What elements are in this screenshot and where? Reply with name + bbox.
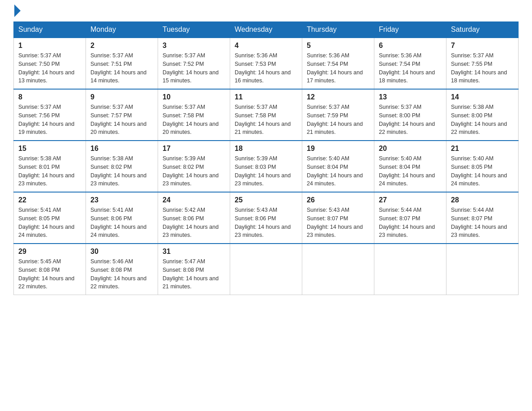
daylight-label: Daylight: 14 hours and 13 minutes. xyxy=(18,69,74,84)
day-info: Sunrise: 5:39 AM Sunset: 8:03 PM Dayligh… xyxy=(235,154,297,188)
daylight-label: Daylight: 14 hours and 19 minutes. xyxy=(18,121,74,136)
day-info: Sunrise: 5:42 AM Sunset: 8:06 PM Dayligh… xyxy=(163,206,225,240)
day-number: 2 xyxy=(90,42,153,50)
day-number: 21 xyxy=(451,145,514,153)
day-number: 18 xyxy=(235,145,297,153)
sunrise-label: Sunrise: 5:37 AM xyxy=(307,104,349,110)
calendar-cell: 24 Sunrise: 5:42 AM Sunset: 8:06 PM Dayl… xyxy=(158,192,230,244)
calendar-header-row: SundayMondayTuesdayWednesdayThursdayFrid… xyxy=(14,22,519,38)
daylight-label: Daylight: 14 hours and 23 minutes. xyxy=(307,224,363,239)
sunset-label: Sunset: 7:57 PM xyxy=(90,112,132,119)
day-info: Sunrise: 5:37 AM Sunset: 7:55 PM Dayligh… xyxy=(451,51,514,85)
day-number: 7 xyxy=(451,42,514,50)
day-info: Sunrise: 5:44 AM Sunset: 8:07 PM Dayligh… xyxy=(451,206,514,240)
sunset-label: Sunset: 7:53 PM xyxy=(235,61,276,67)
sunset-label: Sunset: 8:08 PM xyxy=(90,267,132,273)
day-number: 14 xyxy=(451,93,514,101)
calendar-cell: 1 Sunrise: 5:37 AM Sunset: 7:50 PM Dayli… xyxy=(14,38,86,89)
sunrise-label: Sunrise: 5:37 AM xyxy=(18,104,61,110)
sunrise-label: Sunrise: 5:37 AM xyxy=(163,104,205,110)
sunrise-label: Sunrise: 5:37 AM xyxy=(235,104,277,110)
sunrise-label: Sunrise: 5:46 AM xyxy=(90,258,133,265)
daylight-label: Daylight: 14 hours and 24 minutes. xyxy=(90,224,146,239)
sunrise-label: Sunrise: 5:43 AM xyxy=(235,207,277,213)
day-number: 3 xyxy=(163,42,225,50)
sunset-label: Sunset: 8:06 PM xyxy=(235,215,276,222)
day-info: Sunrise: 5:36 AM Sunset: 7:54 PM Dayligh… xyxy=(307,51,369,85)
sunrise-label: Sunrise: 5:38 AM xyxy=(90,155,133,162)
sunrise-label: Sunrise: 5:39 AM xyxy=(235,155,277,162)
day-number: 13 xyxy=(379,93,442,101)
daylight-label: Daylight: 14 hours and 23 minutes. xyxy=(90,172,146,187)
day-number: 15 xyxy=(18,145,81,153)
calendar-cell: 19 Sunrise: 5:40 AM Sunset: 8:04 PM Dayl… xyxy=(302,141,374,192)
daylight-label: Daylight: 14 hours and 23 minutes. xyxy=(235,224,291,239)
daylight-label: Daylight: 14 hours and 20 minutes. xyxy=(90,121,146,136)
sunset-label: Sunset: 8:00 PM xyxy=(451,112,492,119)
day-number: 5 xyxy=(307,42,369,50)
day-number: 1 xyxy=(18,42,81,50)
sunrise-label: Sunrise: 5:40 AM xyxy=(307,155,349,162)
day-number: 19 xyxy=(307,145,369,153)
calendar-cell: 22 Sunrise: 5:41 AM Sunset: 8:05 PM Dayl… xyxy=(14,192,86,244)
sunset-label: Sunset: 8:05 PM xyxy=(451,164,492,170)
calendar-cell: 26 Sunrise: 5:43 AM Sunset: 8:07 PM Dayl… xyxy=(302,192,374,244)
day-number: 30 xyxy=(90,248,153,256)
weekday-header-friday: Friday xyxy=(374,22,446,38)
page-header xyxy=(13,9,519,17)
sunset-label: Sunset: 8:03 PM xyxy=(235,164,276,170)
calendar-cell: 16 Sunrise: 5:38 AM Sunset: 8:02 PM Dayl… xyxy=(86,141,158,192)
calendar-cell xyxy=(374,244,446,295)
sunrise-label: Sunrise: 5:40 AM xyxy=(379,155,421,162)
daylight-label: Daylight: 14 hours and 23 minutes. xyxy=(163,224,219,239)
calendar-cell: 29 Sunrise: 5:45 AM Sunset: 8:08 PM Dayl… xyxy=(14,244,86,295)
sunset-label: Sunset: 8:04 PM xyxy=(379,164,420,170)
daylight-label: Daylight: 14 hours and 23 minutes. xyxy=(18,172,74,187)
calendar-cell: 12 Sunrise: 5:37 AM Sunset: 7:59 PM Dayl… xyxy=(302,89,374,141)
day-info: Sunrise: 5:38 AM Sunset: 8:02 PM Dayligh… xyxy=(90,154,153,188)
day-info: Sunrise: 5:43 AM Sunset: 8:06 PM Dayligh… xyxy=(235,206,297,240)
sunset-label: Sunset: 7:58 PM xyxy=(163,112,204,119)
day-info: Sunrise: 5:36 AM Sunset: 7:53 PM Dayligh… xyxy=(235,51,297,85)
daylight-label: Daylight: 14 hours and 23 minutes. xyxy=(163,172,219,187)
sunrise-label: Sunrise: 5:38 AM xyxy=(451,104,493,110)
calendar-week-row: 15 Sunrise: 5:38 AM Sunset: 8:01 PM Dayl… xyxy=(14,141,519,192)
calendar-cell: 25 Sunrise: 5:43 AM Sunset: 8:06 PM Dayl… xyxy=(230,192,302,244)
weekday-header-saturday: Saturday xyxy=(446,22,519,38)
sunrise-label: Sunrise: 5:36 AM xyxy=(307,52,349,59)
calendar-cell: 17 Sunrise: 5:39 AM Sunset: 8:02 PM Dayl… xyxy=(158,141,230,192)
calendar-week-row: 1 Sunrise: 5:37 AM Sunset: 7:50 PM Dayli… xyxy=(14,38,519,89)
logo xyxy=(13,9,21,17)
calendar-cell xyxy=(230,244,302,295)
daylight-label: Daylight: 14 hours and 18 minutes. xyxy=(379,69,435,84)
calendar-cell xyxy=(302,244,374,295)
sunset-label: Sunset: 8:02 PM xyxy=(163,164,204,170)
daylight-label: Daylight: 14 hours and 24 minutes. xyxy=(451,172,507,187)
daylight-label: Daylight: 14 hours and 21 minutes. xyxy=(235,121,291,136)
sunset-label: Sunset: 8:02 PM xyxy=(90,164,132,170)
sunrise-label: Sunrise: 5:38 AM xyxy=(18,155,61,162)
sunrise-label: Sunrise: 5:37 AM xyxy=(90,52,133,59)
daylight-label: Daylight: 14 hours and 21 minutes. xyxy=(163,275,219,290)
day-info: Sunrise: 5:40 AM Sunset: 8:05 PM Dayligh… xyxy=(451,154,514,188)
day-number: 6 xyxy=(379,42,442,50)
daylight-label: Daylight: 14 hours and 22 minutes. xyxy=(451,121,507,136)
calendar-cell: 23 Sunrise: 5:41 AM Sunset: 8:06 PM Dayl… xyxy=(86,192,158,244)
weekday-header-thursday: Thursday xyxy=(302,22,374,38)
weekday-header-tuesday: Tuesday xyxy=(158,22,230,38)
day-info: Sunrise: 5:37 AM Sunset: 7:57 PM Dayligh… xyxy=(90,103,153,137)
calendar-week-row: 29 Sunrise: 5:45 AM Sunset: 8:08 PM Dayl… xyxy=(14,244,519,295)
sunset-label: Sunset: 8:06 PM xyxy=(90,215,132,222)
day-number: 28 xyxy=(451,196,514,204)
calendar-cell: 2 Sunrise: 5:37 AM Sunset: 7:51 PM Dayli… xyxy=(86,38,158,89)
calendar-cell: 28 Sunrise: 5:44 AM Sunset: 8:07 PM Dayl… xyxy=(446,192,519,244)
day-number: 22 xyxy=(18,196,81,204)
day-number: 16 xyxy=(90,145,153,153)
daylight-label: Daylight: 14 hours and 20 minutes. xyxy=(163,121,219,136)
sunrise-label: Sunrise: 5:40 AM xyxy=(451,155,493,162)
daylight-label: Daylight: 14 hours and 23 minutes. xyxy=(235,172,291,187)
day-number: 27 xyxy=(379,196,442,204)
daylight-label: Daylight: 14 hours and 16 minutes. xyxy=(235,69,291,84)
calendar-cell: 3 Sunrise: 5:37 AM Sunset: 7:52 PM Dayli… xyxy=(158,38,230,89)
day-number: 25 xyxy=(235,196,297,204)
